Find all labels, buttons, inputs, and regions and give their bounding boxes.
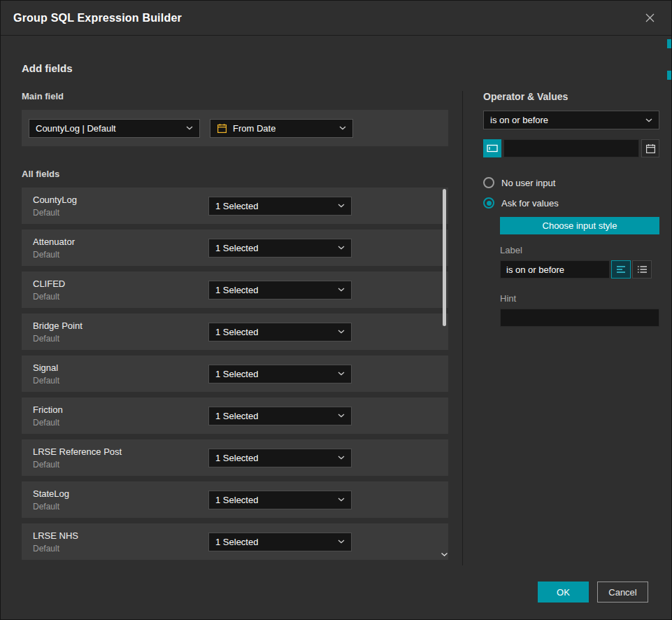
field-info: LRSE Reference Post Default bbox=[33, 446, 208, 470]
selection-count-label: 1 Selected bbox=[215, 453, 258, 463]
chevron-down-icon bbox=[338, 498, 345, 502]
label-input-row bbox=[500, 260, 659, 279]
field-row: StateLog Default 1 Selected bbox=[22, 481, 448, 518]
selection-count-label: 1 Selected bbox=[215, 495, 258, 505]
field-name: LRSE NHS bbox=[33, 530, 208, 541]
scroll-down-icon[interactable] bbox=[441, 552, 448, 557]
field-selection-dropdown[interactable]: 1 Selected bbox=[208, 281, 352, 300]
label-field-label: Label bbox=[500, 245, 659, 255]
field-info: Attenuator Default bbox=[33, 237, 208, 260]
value-input[interactable] bbox=[503, 139, 639, 157]
ok-button[interactable]: OK bbox=[538, 582, 589, 603]
field-row: Signal Default 1 Selected bbox=[22, 355, 448, 392]
selection-count-label: 1 Selected bbox=[215, 201, 258, 211]
chevron-down-icon bbox=[338, 540, 345, 544]
field-selection-dropdown[interactable]: 1 Selected bbox=[208, 239, 352, 258]
field-selection-dropdown[interactable]: 1 Selected bbox=[208, 449, 352, 467]
radio-label: Ask for values bbox=[501, 198, 559, 209]
titlebar: Group SQL Expression Builder bbox=[1, 1, 671, 36]
field-info: StateLog Default bbox=[33, 488, 208, 512]
selection-count-label: 1 Selected bbox=[215, 243, 258, 253]
field-name: Bridge Point bbox=[33, 320, 208, 331]
calendar-icon bbox=[645, 143, 656, 154]
field-selection-dropdown[interactable]: 1 Selected bbox=[208, 197, 352, 216]
field-layer-label: Default bbox=[33, 250, 208, 260]
chevron-down-icon bbox=[338, 456, 345, 460]
selection-count-label: 1 Selected bbox=[215, 537, 258, 547]
radio-circle-icon bbox=[483, 177, 494, 188]
value-row bbox=[483, 139, 659, 157]
dialog-body: Add fields Main field CountyLog | Defaul… bbox=[1, 36, 671, 565]
input-style-single-button[interactable] bbox=[611, 260, 631, 279]
field-layer-label: Default bbox=[33, 544, 208, 554]
value-type-button[interactable] bbox=[483, 139, 501, 157]
field-name: Signal bbox=[33, 362, 208, 373]
radio-ask-for-values[interactable]: Ask for values bbox=[483, 197, 659, 209]
chevron-down-icon bbox=[339, 126, 346, 130]
field-name: Friction bbox=[33, 404, 208, 415]
field-row: CLIFED Default 1 Selected bbox=[22, 272, 448, 308]
selection-count-label: 1 Selected bbox=[215, 369, 258, 379]
chevron-down-icon bbox=[338, 414, 345, 418]
scrollbar-thumb[interactable] bbox=[443, 189, 446, 326]
field-layer-label: Default bbox=[33, 460, 208, 470]
main-field-layer-dropdown[interactable]: CountyLog | Default bbox=[29, 119, 200, 138]
selection-count-label: 1 Selected bbox=[215, 411, 258, 421]
main-field-field-dropdown[interactable]: From Date bbox=[210, 119, 353, 138]
add-fields-heading: Add fields bbox=[22, 62, 671, 74]
operator-dropdown-value: is on or before bbox=[490, 115, 548, 125]
operator-dropdown[interactable]: is on or before bbox=[483, 111, 659, 129]
field-selection-dropdown[interactable]: 1 Selected bbox=[208, 323, 352, 341]
field-info: Bridge Point Default bbox=[33, 320, 208, 344]
dialog-footer: OK Cancel bbox=[538, 582, 648, 603]
page-scrollbar[interactable] bbox=[667, 1, 671, 619]
field-name: StateLog bbox=[33, 488, 208, 499]
selection-count-label: 1 Selected bbox=[215, 285, 258, 295]
group-sql-expression-builder-dialog: Group SQL Expression Builder Add fields … bbox=[0, 0, 672, 620]
field-name: Attenuator bbox=[33, 237, 208, 247]
field-selection-dropdown[interactable]: 1 Selected bbox=[208, 407, 352, 425]
field-selection-dropdown[interactable]: 1 Selected bbox=[208, 533, 352, 551]
radio-no-user-input[interactable]: No user input bbox=[483, 177, 659, 188]
all-fields-list: CountyLog Default 1 Selected Attenuato bbox=[22, 188, 448, 560]
fields-column: Main field CountyLog | Default From Date bbox=[22, 91, 448, 565]
field-layer-label: Default bbox=[33, 208, 208, 218]
field-row: CountyLog Default 1 Selected bbox=[22, 188, 448, 224]
dialog-title: Group SQL Expression Builder bbox=[13, 12, 182, 24]
input-value-icon bbox=[487, 143, 498, 153]
input-style-list-button[interactable] bbox=[632, 260, 652, 279]
chevron-down-icon bbox=[338, 372, 345, 376]
choose-input-style-button[interactable]: Choose input style bbox=[500, 217, 659, 234]
field-layer-label: Default bbox=[33, 334, 208, 344]
chevron-down-icon bbox=[338, 246, 345, 250]
field-row: Attenuator Default 1 Selected bbox=[22, 230, 448, 266]
field-info: CLIFED Default bbox=[33, 279, 208, 302]
main-field-label: Main field bbox=[22, 91, 448, 101]
chevron-down-icon bbox=[645, 118, 652, 122]
field-row: LRSE Reference Post Default 1 Selected bbox=[22, 439, 448, 476]
field-info: Signal Default bbox=[33, 362, 208, 386]
field-info: LRSE NHS Default bbox=[33, 530, 208, 554]
field-name: CountyLog bbox=[33, 195, 208, 205]
field-info: Friction Default bbox=[33, 404, 208, 428]
radio-circle-selected-icon bbox=[483, 197, 494, 209]
selection-count-label: 1 Selected bbox=[215, 327, 258, 337]
field-selection-dropdown[interactable]: 1 Selected bbox=[208, 491, 352, 509]
hint-input[interactable] bbox=[500, 309, 659, 327]
calendar-picker-button[interactable] bbox=[641, 139, 659, 157]
field-selection-dropdown[interactable]: 1 Selected bbox=[208, 365, 352, 383]
close-icon bbox=[645, 13, 655, 23]
main-field-panel: CountyLog | Default From Date bbox=[22, 110, 448, 146]
scrollbar-mark bbox=[667, 39, 671, 48]
label-input[interactable] bbox=[500, 260, 610, 279]
field-dropdown-value: From Date bbox=[233, 123, 276, 134]
single-line-style-icon bbox=[616, 265, 626, 274]
radio-label: No user input bbox=[501, 178, 555, 188]
all-fields-label: All fields bbox=[22, 169, 448, 179]
close-button[interactable] bbox=[641, 9, 659, 27]
cancel-button[interactable]: Cancel bbox=[597, 582, 648, 603]
calendar-icon bbox=[217, 123, 227, 134]
list-style-icon bbox=[637, 265, 647, 274]
chevron-down-icon bbox=[338, 330, 345, 334]
field-row: Bridge Point Default 1 Selected bbox=[22, 313, 448, 350]
